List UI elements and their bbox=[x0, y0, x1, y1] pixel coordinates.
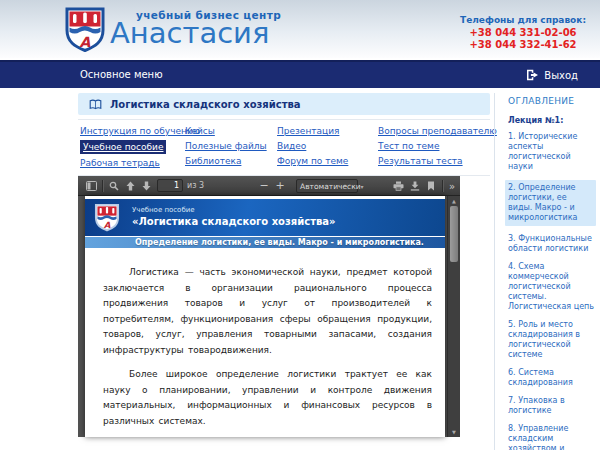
print-button[interactable] bbox=[391, 178, 407, 194]
svg-text:А: А bbox=[104, 220, 111, 230]
paragraph-1: Логистика — часть экономической науки, п… bbox=[103, 265, 432, 358]
course-title: Логистика складского хозяйства bbox=[110, 99, 301, 110]
toc-lecture-1-label: Лекция №1: bbox=[508, 116, 596, 125]
bookmark-icon bbox=[427, 181, 435, 191]
sidebar-toggle-icon bbox=[86, 181, 97, 191]
menu-link-presentation[interactable]: Презентация bbox=[277, 125, 339, 137]
pdf-body: А Учебное пособие «Логистика складского … bbox=[78, 196, 460, 437]
contact-phones: Телефоны для справок: +38 044 331-02-06 … bbox=[460, 15, 586, 51]
menu-link-workbook[interactable]: Рабочая тетрадь bbox=[80, 157, 160, 169]
toc-item-1[interactable]: 1. Исторические аспекты логистической на… bbox=[508, 132, 596, 172]
site-header: А учебный бизнес центр Анастасия Телефон… bbox=[0, 0, 600, 58]
menu-link-test[interactable]: Тест по теме bbox=[378, 140, 439, 152]
page: А учебный бизнес центр Анастасия Телефон… bbox=[0, 0, 600, 450]
toolbar-separator bbox=[442, 180, 443, 192]
document-body: Логистика — часть экономической науки, п… bbox=[85, 248, 445, 437]
zoom-in-button[interactable]: + bbox=[272, 177, 288, 195]
section-title-bar: Определение логистики, ее виды. Макро - … bbox=[85, 237, 445, 248]
course-titlebar: Логистика складского хозяйства bbox=[78, 93, 490, 115]
course-menu-col-2: Кейсы Полезные файлы Библиотека bbox=[185, 125, 277, 169]
toc-item-5[interactable]: 5. Роль и место складирования в логистич… bbox=[508, 320, 596, 360]
menu-link-video[interactable]: Видео bbox=[277, 140, 306, 152]
menu-link-questions[interactable]: Вопросы преподавателю bbox=[378, 125, 497, 137]
phone-number-2: +38 044 332-41-62 bbox=[460, 39, 586, 51]
brand-name: Анастасия bbox=[110, 18, 281, 48]
more-tools-button[interactable]: » bbox=[449, 181, 455, 192]
scrollbar-thumb[interactable] bbox=[450, 206, 458, 262]
menu-link-files[interactable]: Полезные файлы bbox=[185, 140, 267, 152]
bookmark-button[interactable] bbox=[423, 178, 439, 194]
zoom-out-button[interactable]: − bbox=[256, 177, 272, 195]
sidebar-toggle-button[interactable] bbox=[83, 178, 99, 194]
next-page-button[interactable] bbox=[138, 178, 154, 194]
course-menu-col-3: Презентация Видео Форум по теме bbox=[277, 125, 378, 169]
arrow-down-icon bbox=[142, 181, 151, 191]
arrow-up-icon bbox=[126, 181, 135, 191]
pdf-viewer: из 3 − + Автоматически ▾ bbox=[78, 176, 460, 437]
logout-icon bbox=[526, 69, 539, 81]
page-count-label: из 3 bbox=[187, 181, 204, 190]
phone-number-1: +38 044 331-02-06 bbox=[460, 27, 586, 39]
course-menu-col-1: Инструкция по обучению Учебное пособие Р… bbox=[80, 125, 185, 169]
scroll-down-icon[interactable]: ▼ bbox=[448, 429, 460, 435]
toc-item-2[interactable]: 2. Определение логистики, ее виды. Макро… bbox=[505, 180, 596, 226]
menu-link-library[interactable]: Библиотека bbox=[185, 155, 241, 167]
book-icon bbox=[89, 99, 102, 110]
main-menu-link[interactable]: Основное меню bbox=[80, 62, 163, 88]
menu-link-results[interactable]: Результаты теста bbox=[378, 155, 463, 167]
menu-link-cases[interactable]: Кейсы bbox=[185, 125, 215, 137]
document-title: «Логистика складского хозяйства» bbox=[132, 216, 335, 227]
toc-item-7[interactable]: 7. Упаковка в логистике bbox=[508, 396, 596, 416]
logout-label: Выход bbox=[544, 70, 578, 81]
zoom-controls: − + Автоматически ▾ bbox=[256, 176, 358, 196]
main-navbar: Основное меню Выход bbox=[0, 60, 600, 88]
menu-link-textbook[interactable]: Учебное пособие bbox=[80, 140, 166, 154]
document-logo-coat-of-arms-icon: А bbox=[94, 203, 120, 232]
download-icon bbox=[410, 181, 420, 191]
pdf-toolbar: из 3 − + Автоматически ▾ bbox=[78, 176, 460, 196]
site-logo-coat-of-arms-icon[interactable]: А bbox=[64, 6, 106, 53]
pdf-scrollbar[interactable]: ▲ ▼ bbox=[447, 196, 460, 437]
search-icon bbox=[109, 181, 119, 191]
download-button[interactable] bbox=[407, 178, 423, 194]
document-type-label: Учебное пособие bbox=[132, 206, 195, 214]
sidebar-divider bbox=[494, 93, 495, 450]
find-button[interactable] bbox=[106, 178, 122, 194]
brand-block[interactable]: учебный бизнес центр Анастасия bbox=[110, 9, 281, 48]
document-header-banner: А Учебное пособие «Логистика складского … bbox=[85, 199, 445, 236]
zoom-mode-select[interactable]: Автоматически ▾ bbox=[296, 179, 358, 193]
toolbar-separator bbox=[102, 180, 103, 192]
page-number-input[interactable] bbox=[157, 179, 183, 192]
scroll-up-icon[interactable]: ▲ bbox=[448, 198, 460, 204]
toc-item-3[interactable]: 3. Функциональные области логистики bbox=[508, 234, 596, 254]
toc-item-4[interactable]: 4. Схема коммерческой логистической сист… bbox=[508, 262, 596, 312]
paragraph-2: Более широкое определение логистики трак… bbox=[103, 367, 432, 429]
toolbar-right-group: » bbox=[391, 176, 455, 196]
printer-icon bbox=[393, 181, 404, 191]
pdf-page: А Учебное пособие «Логистика складского … bbox=[85, 196, 445, 437]
menu-link-instruction[interactable]: Инструкция по обучению bbox=[80, 125, 200, 137]
course-menu-col-4: Вопросы преподавателю Тест по теме Резул… bbox=[378, 125, 488, 169]
toc-heading: ОГЛАВЛЕНИЕ bbox=[508, 96, 596, 106]
course-menu: Инструкция по обучению Учебное пособие Р… bbox=[78, 119, 490, 176]
previous-page-button[interactable] bbox=[122, 178, 138, 194]
toc-item-6[interactable]: 6. Система складирования bbox=[508, 368, 596, 388]
menu-link-forum[interactable]: Форум по теме bbox=[277, 155, 348, 167]
phones-label: Телефоны для справок: bbox=[460, 15, 586, 25]
zoom-mode-value: Автоматически bbox=[300, 182, 361, 191]
logout-button[interactable]: Выход bbox=[526, 62, 578, 88]
toc-sidebar: ОГЛАВЛЕНИЕ Лекция №1: 1. Исторические ас… bbox=[508, 96, 596, 450]
toc-item-8[interactable]: 8. Управление складским хозяйством и скл… bbox=[508, 424, 596, 450]
chevron-down-icon: ▾ bbox=[361, 183, 364, 190]
svg-text:А: А bbox=[80, 34, 91, 50]
